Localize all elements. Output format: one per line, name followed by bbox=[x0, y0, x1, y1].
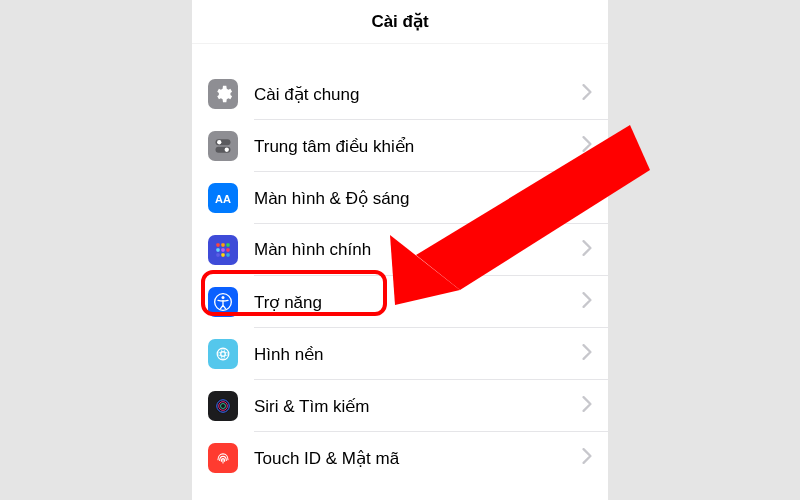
stage: Cài đặt Cài đặt chung bbox=[0, 0, 800, 500]
row-touchid-passcode[interactable]: Touch ID & Mật mã bbox=[192, 432, 608, 484]
row-label: Trung tâm điều khiển bbox=[254, 136, 582, 157]
svg-rect-10 bbox=[226, 248, 229, 251]
row-general[interactable]: Cài đặt chung bbox=[192, 68, 608, 120]
row-label: Siri & Tìm kiếm bbox=[254, 396, 582, 417]
svg-rect-7 bbox=[226, 243, 229, 246]
svg-rect-13 bbox=[226, 253, 229, 256]
svg-point-16 bbox=[217, 348, 229, 360]
row-control-center[interactable]: Trung tâm điều khiển bbox=[192, 120, 608, 172]
row-home-screen[interactable]: Màn hình chính bbox=[192, 224, 608, 276]
chevron-right-icon bbox=[582, 188, 592, 208]
svg-rect-6 bbox=[221, 243, 224, 246]
header-spacer bbox=[192, 44, 608, 68]
chevron-right-icon bbox=[582, 84, 592, 104]
page-title: Cài đặt bbox=[371, 11, 428, 32]
svg-rect-8 bbox=[216, 248, 219, 251]
chevron-right-icon bbox=[582, 344, 592, 364]
home-screen-icon bbox=[208, 235, 238, 265]
svg-text:AA: AA bbox=[215, 193, 231, 205]
chevron-right-icon bbox=[582, 240, 592, 260]
accessibility-icon bbox=[208, 287, 238, 317]
settings-list: Cài đặt chung Trung tâm điều khiển bbox=[192, 68, 608, 484]
svg-rect-12 bbox=[221, 253, 224, 256]
svg-rect-11 bbox=[216, 253, 219, 256]
row-label: Màn hình & Độ sáng bbox=[254, 188, 582, 209]
chevron-right-icon bbox=[582, 136, 592, 156]
row-label: Trợ năng bbox=[254, 292, 582, 313]
svg-point-18 bbox=[216, 399, 231, 414]
row-wallpaper[interactable]: Hình nền bbox=[192, 328, 608, 380]
row-siri-search[interactable]: Siri & Tìm kiếm bbox=[192, 380, 608, 432]
wallpaper-icon bbox=[208, 339, 238, 369]
svg-point-1 bbox=[217, 140, 221, 144]
chevron-right-icon bbox=[582, 292, 592, 312]
svg-rect-9 bbox=[221, 248, 224, 251]
display-brightness-icon: AA bbox=[208, 183, 238, 213]
phone-frame: Cài đặt Cài đặt chung bbox=[192, 0, 608, 500]
chevron-right-icon bbox=[582, 396, 592, 416]
svg-rect-5 bbox=[216, 243, 219, 246]
row-label: Hình nền bbox=[254, 344, 582, 365]
row-display-brightness[interactable]: AA Màn hình & Độ sáng bbox=[192, 172, 608, 224]
row-label: Touch ID & Mật mã bbox=[254, 448, 582, 469]
settings-header: Cài đặt bbox=[192, 0, 608, 44]
control-center-icon bbox=[208, 131, 238, 161]
row-label: Cài đặt chung bbox=[254, 84, 582, 105]
svg-point-15 bbox=[222, 296, 225, 299]
svg-point-3 bbox=[225, 148, 229, 152]
siri-icon bbox=[208, 391, 238, 421]
row-accessibility[interactable]: Trợ năng bbox=[192, 276, 608, 328]
gear-icon bbox=[208, 79, 238, 109]
chevron-right-icon bbox=[582, 448, 592, 468]
touch-id-icon bbox=[208, 443, 238, 473]
row-label: Màn hình chính bbox=[254, 240, 582, 260]
